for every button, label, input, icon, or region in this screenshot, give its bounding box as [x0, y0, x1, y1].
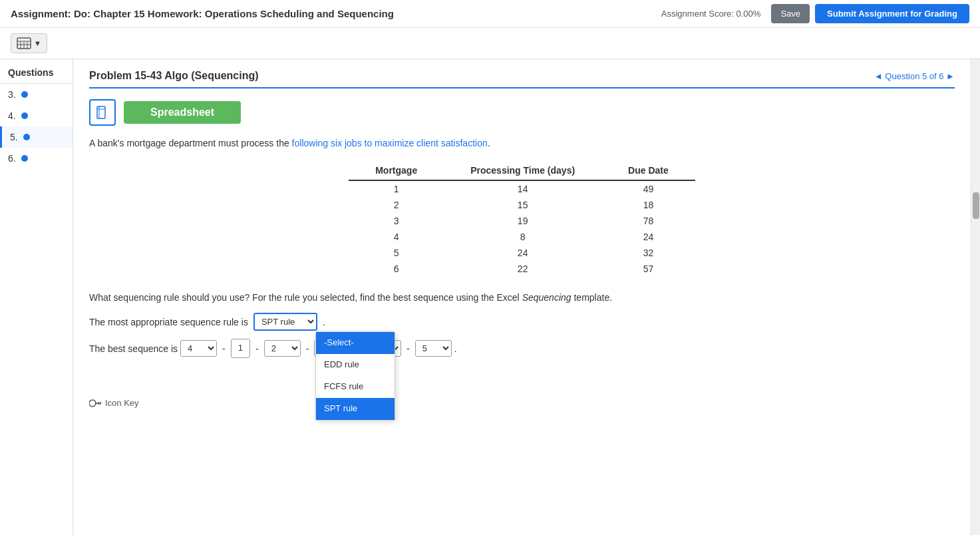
toolbar-dropdown-arrow: ▼ — [34, 39, 41, 47]
due-date: 24 — [601, 229, 695, 245]
rule-label: The most appropriate sequence rule is — [89, 315, 248, 329]
scrollbar[interactable] — [971, 59, 980, 535]
rule-select[interactable]: -Select- EDD rule FCFS rule SPT rule — [253, 313, 317, 331]
col-header-duedate: Due Date — [601, 161, 695, 180]
col-header-processing: Processing Time (days) — [444, 161, 601, 180]
book-icon — [95, 105, 110, 120]
mortgage-id: 1 — [349, 180, 444, 197]
table-row: 4824 — [349, 229, 695, 245]
problem-title: Problem 15-43 Algo (Sequencing) — [89, 70, 259, 82]
sidebar-item-4-dot — [21, 112, 28, 119]
desc-part2: . — [488, 138, 490, 148]
processing-time: 15 — [444, 197, 601, 213]
sep-2: - — [255, 341, 259, 356]
svg-point-9 — [89, 400, 96, 407]
book-icon-button[interactable] — [89, 99, 116, 126]
seq-q-text: What sequencing rule should you use? For… — [89, 292, 522, 303]
mortgage-id: 6 — [349, 261, 444, 277]
top-bar-actions: Assignment Score: 0.00% Save Submit Assi… — [661, 4, 969, 23]
desc-part1: A bank's mortgage department must proces… — [89, 138, 292, 148]
sep-1: - — [222, 341, 226, 356]
mortgage-table: Mortgage Processing Time (days) Due Date… — [349, 161, 695, 277]
sep-5: - — [407, 341, 410, 356]
processing-time: 19 — [444, 213, 601, 229]
sidebar-item-5-dot — [23, 134, 30, 140]
icon-key-row: Icon Key — [89, 398, 955, 408]
sequence-label: The best sequence is — [89, 341, 178, 356]
due-date: 78 — [601, 213, 695, 229]
desc-highlight: following six jobs to maximize client sa… — [292, 138, 488, 148]
key-icon — [89, 399, 101, 407]
processing-time: 8 — [444, 229, 601, 245]
sidebar-item-3[interactable]: 3. — [0, 84, 73, 105]
mortgage-id: 5 — [349, 245, 444, 261]
rule-period: . — [323, 315, 325, 329]
dropdown-option-spt[interactable]: SPT rule — [316, 398, 395, 420]
processing-time: 14 — [444, 180, 601, 197]
spreadsheet-tool-icon — [17, 37, 31, 49]
spreadsheet-btn-area: Spreadsheet — [89, 99, 955, 126]
mortgage-id: 4 — [349, 229, 444, 245]
sidebar: Questions 3. 4. 5. 6. — [0, 59, 73, 535]
assignment-score: Assignment Score: 0.00% — [661, 9, 761, 19]
rule-dropdown-popup: -Select- EDD rule FCFS rule SPT rule — [315, 331, 395, 420]
sequence-select-3[interactable]: 123456 — [264, 340, 301, 357]
sequence-row: The best sequence is 123456 - 1 - 123456… — [89, 339, 955, 358]
rule-selection-row: The most appropriate sequence rule is -S… — [89, 313, 955, 331]
sequence-select-6[interactable]: 123456 — [415, 340, 452, 357]
sidebar-item-4-num: 4. — [8, 110, 16, 121]
dropdown-option-edd[interactable]: EDD rule — [316, 354, 395, 376]
content-area: Problem 15-43 Algo (Sequencing) ◄ Questi… — [73, 59, 971, 535]
mortgage-id: 2 — [349, 197, 444, 213]
sequencing-question: What sequencing rule should you use? For… — [89, 290, 955, 305]
seq-q-italic: Sequencing — [522, 292, 572, 303]
problem-description: A bank's mortgage department must proces… — [89, 136, 955, 150]
sidebar-item-5[interactable]: 5. — [0, 126, 73, 148]
save-button[interactable]: Save — [771, 4, 810, 23]
sequence-select-1[interactable]: 123456 — [180, 340, 217, 357]
seq-q-end: template. — [572, 292, 612, 303]
main-layout: Questions 3. 4. 5. 6. Problem 15-43 Algo… — [0, 59, 980, 535]
sequence-end-period: . — [454, 341, 457, 356]
sidebar-item-4[interactable]: 4. — [0, 105, 73, 126]
due-date: 57 — [601, 261, 695, 277]
dropdown-option-fcfs[interactable]: FCFS rule — [316, 376, 395, 398]
table-row: 62257 — [349, 261, 695, 277]
submit-button[interactable]: Submit Assignment for Grading — [815, 4, 969, 23]
due-date: 49 — [601, 180, 695, 197]
table-row: 21518 — [349, 197, 695, 213]
table-row: 52432 — [349, 245, 695, 261]
sidebar-header: Questions — [0, 62, 73, 84]
col-header-mortgage: Mortgage — [349, 161, 444, 180]
spreadsheet-tool-button[interactable]: ▼ — [11, 33, 47, 53]
problem-header: Problem 15-43 Algo (Sequencing) ◄ Questi… — [89, 70, 955, 89]
processing-time: 22 — [444, 261, 601, 277]
assignment-title: Assignment: Do: Chapter 15 Homework: Ope… — [11, 8, 394, 19]
sep-3: - — [306, 341, 309, 356]
processing-time: 24 — [444, 245, 601, 261]
sequence-box-2: 1 — [231, 339, 250, 358]
due-date: 32 — [601, 245, 695, 261]
question-nav[interactable]: ◄ Question 5 of 6 ► — [874, 71, 955, 81]
sidebar-item-5-num: 5. — [10, 132, 18, 142]
table-row: 31978 — [349, 213, 695, 229]
table-row: 11449 — [349, 180, 695, 197]
sidebar-item-6[interactable]: 6. — [0, 148, 73, 169]
top-bar: Assignment: Do: Chapter 15 Homework: Ope… — [0, 0, 980, 28]
svg-rect-6 — [97, 106, 105, 118]
icon-key-label: Icon Key — [105, 398, 139, 408]
mortgage-id: 3 — [349, 213, 444, 229]
sidebar-item-6-dot — [21, 155, 28, 162]
due-date: 18 — [601, 197, 695, 213]
spreadsheet-button[interactable]: Spreadsheet — [124, 101, 241, 124]
sidebar-item-3-dot — [21, 91, 28, 98]
sidebar-item-6-num: 6. — [8, 153, 16, 164]
dropdown-option-select[interactable]: -Select- — [316, 332, 395, 354]
toolbar-row: ▼ — [0, 28, 980, 59]
sidebar-item-3-num: 3. — [8, 89, 16, 100]
